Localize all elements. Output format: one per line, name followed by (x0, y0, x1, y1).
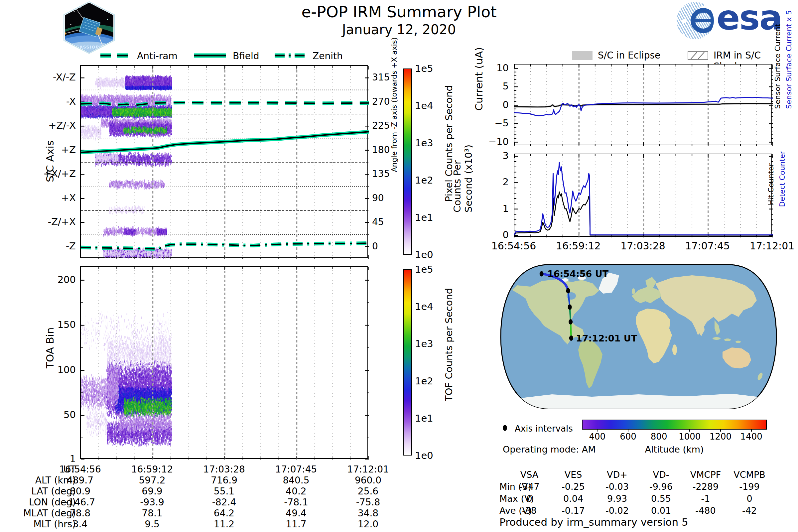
eph-cell: 55.1 (188, 486, 261, 497)
time-tick-16:59:12: 16:59:12 (542, 240, 615, 252)
altitude-colorbar (582, 420, 767, 430)
cb-tick-1e2: 1e2 (415, 174, 445, 186)
produced-by-footer: Produced by irm_summary version 5 (499, 516, 688, 528)
cb-tick-1e1: 1e1 (415, 413, 445, 424)
toa-tick-1: 1 (43, 453, 76, 464)
page-title: e-POP IRM Summary Plot (166, 3, 632, 21)
eph-cell: 80.9 (43, 486, 117, 497)
counts-plot-ylabel: Counts Per Second (x10³) (452, 173, 474, 212)
alt-tick-600: 600 (615, 432, 641, 441)
page-date: January 12, 2020 (166, 22, 632, 37)
band-label-+Z/-X: +Z/-X (20, 120, 76, 131)
eclipse-legend: S/C in Eclipse IRM in S/C Shadow (572, 49, 798, 61)
counts-plot (514, 154, 772, 237)
cnt-tick-0: 0 (486, 229, 509, 241)
alt-tickmark (751, 429, 752, 432)
toa-tick-100: 100 (43, 364, 76, 375)
eph-cell: -82.4 (188, 497, 261, 508)
time-tick-17:07:45: 17:07:45 (671, 240, 744, 252)
eph-cell: 12.0 (331, 519, 405, 530)
sc-axis-overlay (81, 66, 369, 259)
pointing-legend: Anti-ram Bfield Zenith (100, 49, 366, 61)
time-tick-17:12:01: 17:12:01 (736, 240, 798, 252)
toa-bin-plot (80, 266, 368, 459)
eph-cell: -93.9 (116, 497, 189, 508)
eph-cell: 597.2 (116, 475, 189, 486)
vtable-header-VCMPB: VCMPB (723, 470, 776, 480)
eph-cell: -146.7 (43, 497, 117, 508)
counts-plot-canvas (514, 154, 773, 238)
eph-cell: 78.8 (43, 508, 117, 519)
alt-tick-1000: 1000 (676, 432, 703, 441)
anti-ram-dashed-swatch-icon (100, 53, 130, 58)
eclipse-gray-swatch-icon (572, 51, 592, 60)
eph-cell: 17:03:28 (188, 464, 261, 475)
legend-sc-eclipse: S/C in Eclipse (598, 50, 660, 61)
track-start-label: 16:54:56 UT (547, 269, 608, 279)
legend-bfield: Bfield (233, 51, 259, 61)
time-tick-16:54:56: 16:54:56 (477, 240, 550, 252)
eph-cell: 17:12:01 (331, 464, 405, 475)
axis-intervals-legend: Axis intervals (503, 423, 579, 434)
alt-tickmark (689, 429, 690, 432)
eph-cell: 16:54:56 (43, 464, 117, 475)
cb-tick-1e0: 1e0 (415, 450, 445, 461)
current-plot-canvas (514, 64, 773, 146)
eph-cell: 49.4 (260, 508, 333, 519)
cur-tick--5: −5 (475, 117, 509, 129)
band-label--Z: -Z (20, 241, 76, 252)
cur-tick--10: −10 (475, 136, 509, 147)
cb-tick-1e2: 1e2 (415, 375, 445, 387)
legend-zenith: Zenith (312, 51, 343, 61)
band-label--Z/+X: -Z/+X (20, 216, 76, 227)
bfield-solid-swatch-icon (193, 53, 227, 58)
eph-cell: -75.8 (331, 497, 405, 508)
current-right-label-blue: Sensor Surface Current x 5 (785, 49, 793, 109)
eph-cell: 9.5 (116, 519, 189, 530)
sc-axis-plot (80, 65, 368, 258)
alt-tick-800: 800 (646, 432, 672, 441)
toa-overlay (81, 267, 369, 459)
toa-tick-200: 200 (43, 274, 76, 285)
band-label--X: -X (20, 96, 76, 107)
alt-tick-1200: 1200 (707, 432, 734, 441)
counts-right-label-blue: Detect Counter (778, 160, 786, 207)
band-label-+Z: +Z (20, 144, 76, 155)
axis-interval-dot-icon (503, 425, 507, 431)
eph-cell: 64.2 (188, 508, 261, 519)
cnt-tick-1: 1 (486, 203, 509, 214)
figure-root: CASSIOPE e-POP IRM Summary Plot January … (0, 0, 798, 532)
eph-cell: 3.4 (43, 519, 117, 530)
cnt-tick-3: 3 (486, 150, 509, 161)
alt-tickmark (628, 429, 628, 432)
cb-tick-1e3: 1e3 (415, 137, 445, 149)
eph-cell: 840.5 (260, 475, 333, 486)
vtable-cell: -199 (723, 481, 776, 492)
esa-logo-text: esa (717, 0, 782, 38)
eph-cell: 716.9 (188, 475, 261, 486)
cb-tick-1e4: 1e4 (415, 301, 445, 312)
cb-tick-1e5: 1e5 (415, 63, 445, 74)
ground-track-map: 16:54:56 UT 17:12:01 UT (499, 263, 778, 411)
irm-shadow-hatch-swatch-icon (688, 51, 708, 60)
band-label--X/-Z: -X/-Z (20, 72, 76, 83)
cb-tick-1e3: 1e3 (415, 338, 445, 349)
eph-cell: 11.2 (188, 519, 261, 530)
toa-tick-150: 150 (43, 319, 76, 330)
cb-tick-1e1: 1e1 (415, 212, 445, 223)
track-end-label: 17:12:01 UT (576, 333, 637, 343)
current-right-label-black: Sensor Surface Current (773, 56, 782, 109)
cb-tick-1e5: 1e5 (415, 264, 445, 275)
pixel-counts-colorbar (403, 69, 412, 255)
eph-cell: 25.6 (331, 486, 405, 497)
tof-counts-colorbar (403, 269, 412, 456)
cur-tick-10: 10 (475, 62, 509, 74)
cur-tick-5: 5 (475, 80, 509, 92)
angle-tick-45: 45 (372, 216, 399, 227)
vtable-cell: -42 (723, 506, 776, 516)
cb-tick-1e0: 1e0 (415, 249, 445, 260)
time-tick-17:03:28: 17:03:28 (607, 240, 680, 252)
cnt-tick-2: 2 (486, 176, 509, 188)
angle-tick-0: 0 (372, 241, 399, 252)
alt-tickmark (597, 429, 597, 432)
